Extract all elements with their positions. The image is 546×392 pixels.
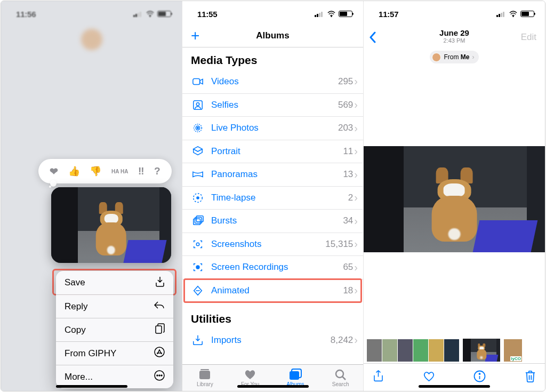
- context-reply[interactable]: Reply: [56, 294, 173, 318]
- media-type-row-videos[interactable]: Videos295›: [182, 70, 363, 93]
- haha-reaction[interactable]: HA HA: [111, 169, 128, 174]
- row-count: 13: [343, 169, 353, 180]
- contact-avatar: [81, 29, 102, 50]
- filmstrip-thumb[interactable]: [429, 339, 444, 362]
- row-count: 2: [348, 193, 353, 203]
- selfies-icon: [191, 99, 205, 111]
- library-tab-icon: [198, 369, 211, 380]
- filmstrip-current[interactable]: [462, 338, 501, 362]
- media-type-row-live-photos[interactable]: Live Photos203›: [182, 116, 363, 140]
- svg-rect-17: [195, 218, 202, 223]
- tab-search[interactable]: Search: [318, 365, 363, 391]
- context-menu: Save Reply Copy From GIPHY More...: [56, 271, 173, 388]
- row-count: 65: [343, 262, 353, 273]
- info-button[interactable]: [473, 370, 486, 385]
- favorite-button[interactable]: [423, 370, 435, 385]
- chevron-right-icon: ›: [354, 122, 358, 134]
- row-label: Videos: [211, 76, 338, 87]
- exclaim-reaction[interactable]: ‼: [138, 165, 144, 177]
- chevron-right-icon: ›: [354, 99, 358, 111]
- question-reaction[interactable]: ?: [154, 165, 160, 177]
- albums-list: Media Types Videos295›Selfies569›Live Ph…: [182, 47, 363, 364]
- media-type-row-selfies[interactable]: Selfies569›: [182, 93, 363, 117]
- media-type-row-time-lapse[interactable]: Time-lapse2›: [182, 186, 363, 210]
- svg-point-26: [513, 16, 513, 17]
- back-button[interactable]: [369, 30, 376, 47]
- albums-panel: 11:55 + Albums Media Types Videos295›Sel…: [182, 1, 364, 391]
- share-button[interactable]: [372, 370, 384, 385]
- row-count: 11: [343, 146, 353, 157]
- row-label: Screen Recordings: [211, 262, 343, 273]
- media-type-row-imports[interactable]: Imports8,242›: [182, 329, 363, 352]
- chevron-right-icon: ›: [354, 284, 358, 297]
- download-icon: [155, 276, 165, 290]
- svg-point-0: [150, 16, 150, 17]
- svg-point-6: [161, 375, 162, 376]
- photo-time: 2:43 PM: [439, 37, 469, 44]
- heart-reaction[interactable]: ❤: [50, 165, 58, 178]
- context-save[interactable]: Save: [56, 271, 173, 294]
- thumb-badge: lyCO: [510, 356, 521, 361]
- albums-header: + Albums: [182, 25, 363, 47]
- svg-rect-23: [290, 371, 299, 380]
- status-time: 11:55: [197, 10, 217, 19]
- home-indicator: [237, 385, 309, 388]
- status-indicators: [496, 11, 534, 17]
- edit-button[interactable]: Edit: [521, 32, 536, 43]
- media-type-row-bursts[interactable]: Bursts34›: [182, 209, 363, 233]
- status-bar: 11:56: [1, 1, 182, 25]
- home-indicator: [419, 385, 490, 388]
- from-label: From Me: [444, 53, 469, 61]
- screenshots-icon: [191, 238, 205, 250]
- filmstrip-thumb[interactable]: [398, 339, 413, 362]
- thumbs-up-reaction[interactable]: 👍: [68, 165, 80, 177]
- row-label: Bursts: [211, 215, 343, 226]
- svg-rect-21: [199, 371, 210, 379]
- search-tab-icon: [334, 369, 347, 380]
- media-type-row-panoramas[interactable]: Panoramas13›: [182, 163, 363, 186]
- filmstrip-thumb[interactable]: [444, 339, 459, 362]
- svg-point-15: [196, 196, 199, 199]
- message-image[interactable]: [51, 187, 171, 263]
- reply-icon: [154, 301, 165, 312]
- chevron-right-icon: ›: [354, 191, 358, 204]
- context-label: Copy: [65, 325, 86, 335]
- context-label: Reply: [65, 301, 87, 312]
- media-type-row-portrait[interactable]: Portrait11›: [182, 140, 363, 163]
- filmstrip-thumb[interactable]: lyCO: [504, 339, 522, 362]
- portrait-icon: [191, 146, 205, 157]
- row-count: 15,315: [325, 239, 353, 250]
- tab-library[interactable]: Library: [182, 365, 228, 391]
- appstore-icon: [154, 347, 165, 360]
- filmstrip-thumb[interactable]: [382, 339, 397, 362]
- filmstrip-thumb[interactable]: [413, 339, 428, 362]
- chevron-right-icon: ›: [354, 261, 358, 274]
- status-bar: 11:57: [364, 1, 545, 25]
- thumbs-down-reaction[interactable]: 👎: [90, 165, 101, 177]
- media-types-header: Media Types: [182, 51, 363, 70]
- battery-icon: [339, 11, 352, 17]
- chevron-right-icon: ›: [354, 215, 358, 227]
- svg-point-10: [196, 102, 199, 106]
- delete-button[interactable]: [524, 370, 536, 385]
- row-label: Selfies: [211, 100, 338, 110]
- photo-hero[interactable]: [364, 146, 545, 252]
- filmstrip[interactable]: lyCO: [364, 338, 545, 362]
- media-type-row-animated[interactable]: Animated18›: [182, 279, 363, 302]
- cell-signal-icon: [496, 11, 506, 17]
- tapback-bar: ❤ 👍 👎 HA HA ‼ ?: [38, 159, 172, 183]
- media-type-row-screen-recordings[interactable]: Screen Recordings65›: [182, 255, 363, 279]
- add-button[interactable]: +: [191, 30, 199, 42]
- svg-point-4: [157, 375, 158, 376]
- albums-tab-icon: [289, 369, 302, 380]
- cell-signal-icon: [133, 11, 143, 17]
- status-indicators: [133, 11, 171, 17]
- context-from-giphy[interactable]: From GIPHY: [56, 341, 173, 365]
- svg-point-5: [159, 375, 160, 376]
- chevron-right-icon: ›: [354, 75, 358, 87]
- filmstrip-thumb[interactable]: [367, 339, 382, 362]
- from-chip[interactable]: From Me ›: [430, 51, 478, 63]
- svg-rect-22: [200, 369, 209, 370]
- media-type-row-screenshots[interactable]: Screenshots15,315›: [182, 233, 363, 256]
- context-copy[interactable]: Copy: [56, 318, 173, 341]
